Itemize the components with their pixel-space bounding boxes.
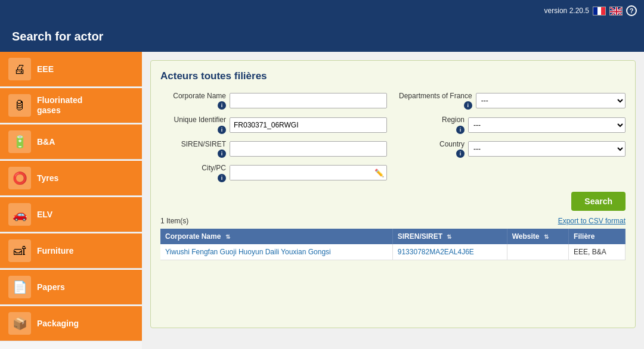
flag-uk-icon[interactable]: [609, 7, 623, 15]
country-label: Country: [439, 140, 465, 148]
elv-icon: 🚗: [8, 203, 31, 226]
main-layout: 🖨 EEE 🛢 Fluorinatedgases 🔋 B&A ⭕ Tyres 🚗…: [0, 52, 644, 349]
sidebar-label-furniture: Furniture: [37, 246, 73, 256]
unique-identifier-row: Unique Identifier i: [160, 116, 387, 133]
table-row[interactable]: Yiwushi Fengfan Guoji Huoyun Daili Youxi…: [160, 244, 626, 260]
search-button[interactable]: Search: [571, 192, 626, 211]
col-website[interactable]: Website ⇅: [507, 229, 568, 244]
departments-select[interactable]: ---: [476, 93, 626, 108]
country-select[interactable]: ---: [468, 141, 626, 157]
unique-identifier-input[interactable]: [230, 117, 387, 133]
page-title: Search for actor: [12, 30, 103, 43]
unique-identifier-info-icon[interactable]: i: [218, 126, 226, 134]
results-table-body: Yiwushi Fengfan Guoji Huoyun Daili Youxi…: [160, 244, 626, 260]
unique-identifier-label: Unique Identifier: [174, 116, 226, 124]
departments-label-wrap: Departments of France i: [399, 92, 472, 110]
corporate-name-info-icon[interactable]: i: [218, 101, 226, 110]
sidebar: 🖨 EEE 🛢 Fluorinatedgases 🔋 B&A ⭕ Tyres 🚗…: [0, 52, 142, 349]
form-left: Corporate Name i Unique Identifier i: [160, 92, 387, 182]
furniture-icon: 🛋: [8, 239, 31, 262]
sidebar-item-eee[interactable]: 🖨 EEE: [0, 52, 142, 87]
corporate-name-label: Corporate Name: [173, 92, 226, 100]
country-info-icon[interactable]: i: [456, 149, 465, 158]
sidebar-item-ba[interactable]: 🔋 B&A: [0, 124, 142, 160]
help-icon[interactable]: ?: [626, 5, 637, 16]
sidebar-label-papers: Papers: [37, 282, 65, 292]
city-pc-edit-icon[interactable]: ✏️: [372, 169, 386, 177]
search-button-row: Search: [160, 192, 626, 211]
cell-filiere: EEE, B&A: [569, 244, 626, 260]
version-label: version 2.20.5: [544, 7, 589, 15]
packaging-icon: 📦: [8, 312, 31, 335]
sidebar-item-packaging[interactable]: 📦 Packaging: [0, 306, 142, 341]
results-table-head: Corporate Name ⇅ SIREN/SIRET ⇅ Website ⇅: [160, 229, 626, 244]
country-label-wrap: Country i: [399, 140, 465, 158]
sidebar-item-fluorinated[interactable]: 🛢 Fluorinatedgases: [0, 88, 142, 123]
departments-row: Departments of France i ---: [399, 92, 626, 110]
siren-siret-info-icon[interactable]: i: [218, 149, 226, 158]
col-corporate-name-label: Corporate Name: [165, 232, 221, 241]
panel-title: Acteurs toutes filières: [160, 70, 626, 82]
siren-siret-row: SIREN/SIRET i: [160, 140, 387, 158]
city-pc-label: City/PC: [202, 164, 226, 172]
city-pc-label-wrap: City/PC i: [160, 164, 226, 182]
top-bar: version 2.20.5 ?: [0, 0, 644, 21]
search-panel: Acteurs toutes filières Corporate Name i: [150, 60, 636, 328]
city-pc-input-wrap: ✏️: [230, 165, 387, 180]
sidebar-item-papers[interactable]: 📄 Papers: [0, 270, 142, 305]
tyres-icon: ⭕: [8, 167, 31, 189]
siren-siret-label-wrap: SIREN/SIRET i: [160, 140, 226, 158]
flag-france-icon[interactable]: [593, 7, 606, 15]
corporate-name-input[interactable]: [230, 93, 387, 108]
country-row: Country i ---: [399, 140, 626, 158]
region-select[interactable]: ---: [468, 117, 626, 133]
siren-siret-label: SIREN/SIRET: [181, 140, 226, 148]
col-website-sort-icon: ⇅: [544, 233, 549, 240]
col-filiere-label: Filière: [574, 232, 595, 241]
search-form: Corporate Name i Unique Identifier i: [160, 92, 626, 182]
col-website-label: Website: [512, 232, 540, 241]
ba-icon: 🔋: [8, 130, 31, 153]
sidebar-label-packaging: Packaging: [37, 319, 79, 329]
departments-info-icon[interactable]: i: [464, 101, 472, 110]
eee-icon: 🖨: [8, 58, 31, 80]
cell-siren-siret[interactable]: 91330782MA2EAL4J6E: [392, 244, 507, 260]
sidebar-label-eee: EEE: [37, 64, 54, 74]
region-info-icon[interactable]: i: [456, 126, 465, 134]
col-filiere[interactable]: Filière: [569, 229, 626, 244]
fluorinated-icon: 🛢: [8, 94, 31, 117]
unique-identifier-label-wrap: Unique Identifier i: [160, 116, 226, 133]
svg-rect-8: [610, 11, 623, 12]
col-siren-siret[interactable]: SIREN/SIRET ⇅: [392, 229, 507, 244]
sidebar-label-ba: B&A: [37, 137, 55, 147]
col-corporate-name[interactable]: Corporate Name ⇅: [160, 229, 392, 244]
col-siren-siret-label: SIREN/SIRET: [398, 232, 442, 241]
page-header: Search for actor: [0, 21, 644, 52]
departments-label: Departments of France: [399, 92, 472, 100]
papers-icon: 📄: [8, 276, 31, 298]
sidebar-item-tyres[interactable]: ⭕ Tyres: [0, 161, 142, 196]
sidebar-label-fluorinated: Fluorinatedgases: [37, 95, 82, 116]
city-pc-info-icon[interactable]: i: [218, 174, 226, 182]
col-siren-siret-sort-icon: ⇅: [447, 233, 451, 240]
form-right: Departments of France i --- Region i: [399, 92, 626, 182]
results-table: Corporate Name ⇅ SIREN/SIRET ⇅ Website ⇅: [160, 229, 626, 260]
results-header: 1 Item(s) Export to CSV format: [160, 217, 626, 225]
region-label: Region: [442, 116, 465, 124]
city-pc-input[interactable]: [230, 166, 372, 180]
city-pc-row: City/PC i ✏️: [160, 164, 387, 182]
region-row: Region i ---: [399, 116, 626, 133]
region-label-wrap: Region i: [399, 116, 465, 133]
corporate-name-label-wrap: Corporate Name i: [160, 92, 226, 110]
cell-corporate-name[interactable]: Yiwushi Fengfan Guoji Huoyun Daili Youxi…: [160, 244, 392, 260]
export-csv-link[interactable]: Export to CSV format: [558, 217, 626, 225]
item-count: 1 Item(s): [160, 217, 188, 225]
sidebar-label-elv: ELV: [37, 210, 52, 220]
siren-siret-input[interactable]: [230, 141, 387, 157]
cell-website: [507, 244, 568, 260]
sidebar-item-furniture[interactable]: 🛋 Furniture: [0, 233, 142, 269]
corporate-name-row: Corporate Name i: [160, 92, 387, 110]
sidebar-item-elv[interactable]: 🚗 ELV: [0, 197, 142, 232]
col-corporate-name-sort-icon: ⇅: [225, 233, 230, 240]
sidebar-label-tyres: Tyres: [37, 173, 58, 183]
